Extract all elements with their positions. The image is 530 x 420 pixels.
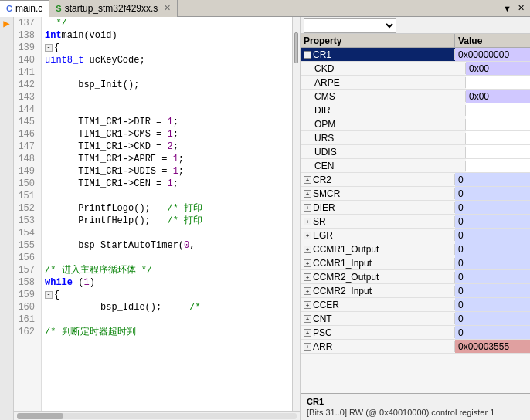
prop-row-CKD[interactable]: CKD 0x00 [301,62,530,76]
code-content[interactable]: */ int main(void) -{ uint8_t ucKeyCode; … [42,17,292,411]
line-num-151: 151 [14,190,38,202]
scrollbar-thumb[interactable] [294,32,298,63]
line-num-160: 160 [14,301,38,313]
fold-159[interactable]: - [45,291,53,299]
prop-label-CEN: CEN [314,161,334,171]
prop-name-PSC: + PSC [301,327,455,338]
expand-CR1[interactable]: - [304,51,311,59]
prop-value-CR1: 0x00000000 [455,48,530,61]
prop-row-CCMR1-Output[interactable]: + CCMR1_Output 0 [301,242,530,256]
prop-row-PSC[interactable]: + PSC 0 [301,326,530,340]
prop-name-ARR: + ARR [301,341,455,352]
prop-label-CNT: CNT [313,313,332,324]
prop-value-OPM [466,117,530,130]
expand-EGR[interactable]: + [304,232,311,239]
expand-CCER[interactable]: + [304,301,311,309]
line-num-143: 143 [14,91,38,103]
prop-name-CKD: CKD [311,63,466,74]
arrow-icon: ▶ [3,17,9,30]
tab-main-c-label: main.c [15,3,42,14]
prop-row-SR[interactable]: + SR 0 [301,215,530,229]
prop-row-ARR[interactable]: + ARR 0x00003555 [301,340,530,354]
code-line-155: bsp_StartAutoTimer(0, [45,239,292,252]
code-line-149: TIM1_CR1->UDIS = 1; [45,165,292,178]
prop-name-CR2: + CR2 [301,174,455,185]
expand-CCMR2-Output[interactable]: + [304,273,311,281]
expand-PSC[interactable]: + [304,329,311,337]
line-num-139: 139 [14,42,38,54]
expand-CCMR2-Input[interactable]: + [304,287,311,295]
line-num-157: 157 [14,264,38,276]
line-num-161: 161 [14,313,38,326]
prop-row-CNT[interactable]: + CNT 0 [301,312,530,326]
prop-rows: - CR1 0x00000000 CKD 0x00 ARPE [301,48,530,393]
expand-ARR[interactable]: + [304,343,311,351]
tab-main-c[interactable]: C main.c [0,0,49,17]
prop-row-CCMR1-Input[interactable]: + CCMR1_Input 0 [301,256,530,270]
tab-dropdown-btn[interactable]: ▼ [501,2,514,14]
expand-CR2[interactable]: + [304,176,311,184]
expand-CCMR1-Output[interactable]: + [304,246,311,253]
code-line-138: int main(void) [45,29,292,42]
prop-value-SMCR: 0 [455,187,530,200]
prop-label-CCMR2-Output: CCMR2_Output [313,272,379,283]
code-line-140: uint8_t ucKeyCode; [45,54,292,66]
prop-name-EGR: + EGR [301,230,455,241]
prop-value-CMS: 0x00 [466,90,530,103]
expand-SMCR[interactable]: + [304,190,311,198]
tab-close-icon[interactable]: ✕ [164,3,171,13]
prop-row-ARPE[interactable]: ARPE [301,76,530,90]
prop-name-CEN: CEN [311,161,466,171]
prop-row-DIER[interactable]: + DIER 0 [301,201,530,215]
line-num-155: 155 [14,239,38,252]
prop-row-UDIS[interactable]: UDIS [301,145,530,159]
prop-value-UDIS [466,145,530,158]
prop-row-CCER[interactable]: + CCER 0 [301,298,530,312]
prop-label-CCER: CCER [313,300,339,310]
line-num-159: 159 [14,289,38,301]
prop-row-EGR[interactable]: + EGR 0 [301,229,530,242]
register-dropdown[interactable] [304,18,396,33]
line-num-144: 144 [14,103,38,116]
prop-row-CMS[interactable]: CMS 0x00 [301,90,530,103]
line-num-138: 138 [14,29,38,42]
prop-name-CCMR1-Output: + CCMR1_Output [301,244,455,255]
code-line-157: /* 进入主程序循环体 */ [45,264,292,276]
prop-label-PSC: PSC [313,327,332,338]
code-line-152: PrintfLogo(); /* 打印 [45,202,292,215]
prop-row-CR2[interactable]: + CR2 0 [301,173,530,187]
fold-139[interactable]: - [45,44,53,52]
prop-row-CCMR2-Input[interactable]: + CCMR2_Input 0 [301,284,530,298]
tab-close-all-btn[interactable]: ✕ [515,2,527,14]
code-line-159: -{ [45,289,292,301]
prop-label-SR: SR [313,216,326,227]
code-panel: 137 138 139 140 141 142 143 144 145 146 … [14,17,300,420]
prop-value-CCER: 0 [455,298,530,311]
line-num-148: 148 [14,153,38,165]
code-line-153: PrintfHelp(); /* 打印 [45,215,292,227]
prop-value-CCMR2-Input: 0 [455,284,530,297]
code-line-143 [45,91,292,103]
line-num-162: 162 [14,326,38,338]
prop-row-CR1[interactable]: - CR1 0x00000000 [301,48,530,62]
tab-startup[interactable]: S startup_stm32f429xx.s ✕ [49,0,178,17]
code-vscrollbar[interactable] [292,17,300,411]
expand-SR[interactable]: + [304,218,311,225]
expand-DIER[interactable]: + [304,204,311,212]
hscroll-thumb[interactable] [17,413,63,419]
expand-CNT[interactable]: + [304,315,311,323]
prop-row-OPM[interactable]: OPM [301,117,530,131]
expand-CCMR1-Input[interactable]: + [304,259,311,267]
prop-row-DIR[interactable]: DIR [301,103,530,117]
code-line-158: while (1) [45,276,292,289]
hscroll-track[interactable] [17,413,297,419]
prop-name-UDIS: UDIS [311,147,466,158]
prop-row-CCMR2-Output[interactable]: + CCMR2_Output 0 [301,270,530,284]
line-num-142: 142 [14,79,38,91]
prop-row-SMCR[interactable]: + SMCR 0 [301,187,530,201]
code-hscrollbar[interactable] [14,411,300,420]
line-num-152: 152 [14,202,38,215]
prop-row-CEN[interactable]: CEN [301,159,530,173]
prop-value-SR: 0 [455,215,530,228]
prop-row-URS[interactable]: URS [301,131,530,145]
